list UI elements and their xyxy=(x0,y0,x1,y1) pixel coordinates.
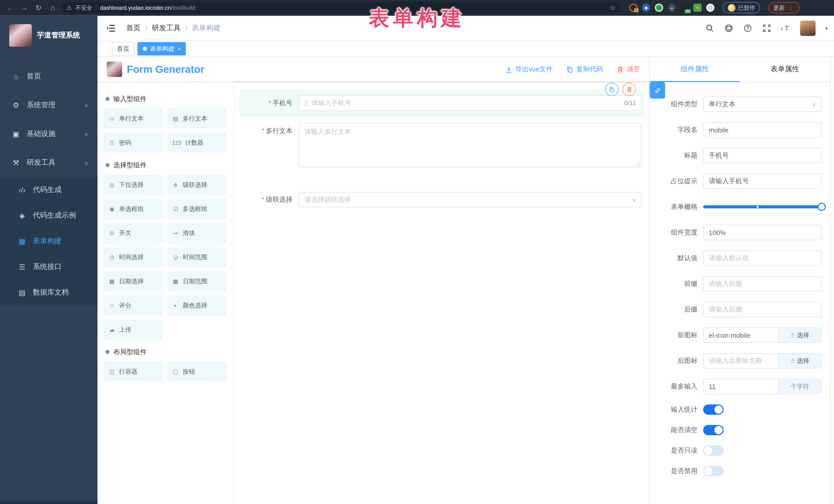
sidebar-item-code-gen-example[interactable]: ◈代码生成示例 xyxy=(0,203,97,228)
palette-item-upload[interactable]: ☁上传 xyxy=(104,320,163,339)
sidebar-item-system-api[interactable]: ☰系统接口 xyxy=(0,254,97,280)
tab-form-props[interactable]: 表单属性 xyxy=(740,57,830,82)
palette-item-row-container[interactable]: ◫行容器 xyxy=(104,362,163,381)
github-icon[interactable] xyxy=(724,24,733,33)
sidebar-item-dev-tools[interactable]: ⚒研发工具∧ xyxy=(0,148,97,177)
clearable-switch[interactable] xyxy=(703,425,724,435)
prefix-icon-pick-button[interactable]: ☝选择 xyxy=(778,327,822,343)
page-tab-form-builder[interactable]: 表单构建× xyxy=(137,42,186,56)
suffix-icon-input[interactable]: 请输入后图标名称 xyxy=(703,353,778,369)
palette-item-counter[interactable]: 123计数器 xyxy=(167,133,226,152)
export-vue-button[interactable]: 导出vue文件 xyxy=(505,65,553,74)
duplicate-field-button[interactable] xyxy=(605,83,618,96)
copy-code-button[interactable]: 复制代码 xyxy=(566,65,603,74)
slider-handle[interactable] xyxy=(817,203,826,211)
fontsize-icon[interactable]: tT xyxy=(781,24,790,33)
extension-icon[interactable]: on xyxy=(681,4,689,12)
palette-item-radio-group[interactable]: ◉单选框组 xyxy=(104,199,163,219)
profile-paused-pill[interactable]: 已暂停 xyxy=(723,2,760,13)
browser-forward-icon[interactable]: → xyxy=(19,4,30,12)
input-stats-switch[interactable] xyxy=(703,404,724,415)
palette-item-time-picker[interactable]: ◷时间选择 xyxy=(104,247,163,267)
sidebar-logo[interactable]: 芋道管理系统 xyxy=(0,16,97,55)
palette-item-slider[interactable]: ⊸滑块 xyxy=(167,223,226,243)
browser-back-icon[interactable]: ← xyxy=(4,4,15,12)
address-bar[interactable]: ⚠ 不安全 dashboard.yudao.iocoder.cn/tool/bu… xyxy=(62,2,621,13)
placeholder-hint-input[interactable]: 请输入手机号 xyxy=(703,174,822,189)
page-tab-home[interactable]: 首页 xyxy=(112,42,134,56)
clear-button[interactable]: 清空 xyxy=(616,65,640,74)
palette-item-color-picker[interactable]: ◐颜色选择 xyxy=(167,295,226,315)
palette-item-rate[interactable]: ☆评分 xyxy=(104,295,163,315)
update-button[interactable]: 更新 ⋮ xyxy=(768,2,799,13)
breadcrumb-item[interactable]: 研发工具 xyxy=(152,24,181,33)
sidebar-item-home[interactable]: ⌂首页 xyxy=(0,62,97,91)
palette-item-date-picker[interactable]: ▦日期选择 xyxy=(104,271,163,291)
suffix-input[interactable]: 请输入后缀 xyxy=(703,302,822,317)
browser-menu-icon[interactable]: ⋮ xyxy=(788,4,794,11)
hamburger-icon[interactable] xyxy=(106,23,117,34)
extension-icon[interactable]: ⌁ xyxy=(694,4,702,12)
checkbox-group-icon: ☑ xyxy=(172,205,179,212)
select-input[interactable]: 请选择级联选择∨ xyxy=(299,192,641,207)
palette-item-switch[interactable]: ⊙开关 xyxy=(104,223,163,243)
bookmark-star-icon[interactable]: ☆ xyxy=(610,4,616,12)
palette-item-button[interactable]: ▢按钮 xyxy=(167,362,226,381)
max-length-input[interactable]: 11 xyxy=(703,379,778,394)
close-icon[interactable]: × xyxy=(178,46,181,52)
palette-item-checkbox-group[interactable]: ☑多选框组 xyxy=(167,199,226,219)
title-input[interactable]: 手机号 xyxy=(703,148,822,163)
props-label: 默认值 xyxy=(655,254,703,263)
component-type-select[interactable]: 单行文本∨ xyxy=(703,96,822,112)
props-control xyxy=(703,445,822,456)
sidebar-item-code-generation[interactable]: ‹/›代码生成 xyxy=(0,177,97,203)
palette-item-single-line-text[interactable]: ▭单行文本 xyxy=(104,109,163,128)
extension-icon[interactable]: 1 xyxy=(629,4,637,12)
chevron-down-icon[interactable]: ▾ xyxy=(825,25,828,31)
suffix-icon-pick-button[interactable]: ☝选择 xyxy=(778,353,822,369)
form-canvas[interactable]: *手机号▯请输入手机号0/11*多行文本请输入多行文本*级联选择请选择级联选择∨ xyxy=(234,82,649,504)
prefix-icon-input[interactable]: el-icon-mobile xyxy=(703,327,778,343)
link-icon[interactable] xyxy=(650,82,665,98)
canvas-field-textarea-field[interactable]: *多行文本请输入多行文本 xyxy=(239,117,644,174)
extensions-puzzle-icon[interactable]: ⬡ xyxy=(706,4,715,12)
fullscreen-icon[interactable] xyxy=(762,24,771,33)
delete-field-button[interactable] xyxy=(622,83,636,96)
form-grid-slider[interactable] xyxy=(703,199,822,215)
search-icon[interactable] xyxy=(705,24,715,33)
extension-icon[interactable]: ◆ xyxy=(642,4,650,12)
palette-item-cascader[interactable]: ⋔级联选择 xyxy=(167,175,226,195)
textarea-input[interactable]: 请输入多行文本 xyxy=(299,123,641,167)
sidebar-item-form-builder[interactable]: ▦表单构建 xyxy=(0,228,97,254)
help-icon[interactable] xyxy=(743,24,752,33)
default-value-input[interactable]: 请输入默认值 xyxy=(703,250,822,266)
palette-item-multi-line-text[interactable]: ▤多行文本 xyxy=(167,109,226,128)
sidebar-item-db-docs[interactable]: ▤数据库文档 xyxy=(0,280,97,305)
palette-item-time-range[interactable]: ◶时间范围 xyxy=(167,247,226,267)
sidebar-item-system-management[interactable]: ⚙系统管理∨ xyxy=(0,91,97,119)
browser-home-icon[interactable]: ⌂ xyxy=(47,4,59,12)
scrollbar-track[interactable] xyxy=(830,57,834,82)
breadcrumb-item[interactable]: 首页 xyxy=(126,24,140,33)
user-avatar[interactable] xyxy=(800,21,815,36)
disabled-switch[interactable] xyxy=(703,466,724,476)
readonly-switch[interactable] xyxy=(703,445,724,456)
text-input[interactable]: ▯请输入手机号0/11 xyxy=(299,95,641,111)
browser-reload-icon[interactable]: ↻ xyxy=(33,4,44,12)
extension-icon[interactable] xyxy=(655,4,663,12)
select-value: 单行文本 xyxy=(709,100,736,109)
palette-item-dropdown-select[interactable]: ◎下拉选择 xyxy=(104,175,163,195)
scrollbar-track[interactable] xyxy=(830,82,834,504)
sidebar-item-label: 数据库文档 xyxy=(33,288,69,297)
component-width-input[interactable]: 100% xyxy=(703,225,822,240)
tab-component-props[interactable]: 组件属性 xyxy=(650,57,740,82)
canvas-field-mobile[interactable]: *手机号▯请输入手机号0/11 xyxy=(239,89,644,117)
palette-item-password[interactable]: ⚿密码 xyxy=(104,133,163,152)
props-label: 输入统计 xyxy=(655,405,703,414)
field-name-input[interactable]: mobile xyxy=(703,122,822,137)
sidebar-item-infrastructure[interactable]: ▣基础设施∨ xyxy=(0,119,97,148)
prefix-input[interactable]: 请输入前缀 xyxy=(703,276,822,291)
canvas-field-cascader-field[interactable]: *级联选择请选择级联选择∨ xyxy=(239,186,644,214)
palette-item-date-range[interactable]: ▩日期范围 xyxy=(167,271,226,291)
extension-icon[interactable]: ▲ xyxy=(668,4,676,12)
